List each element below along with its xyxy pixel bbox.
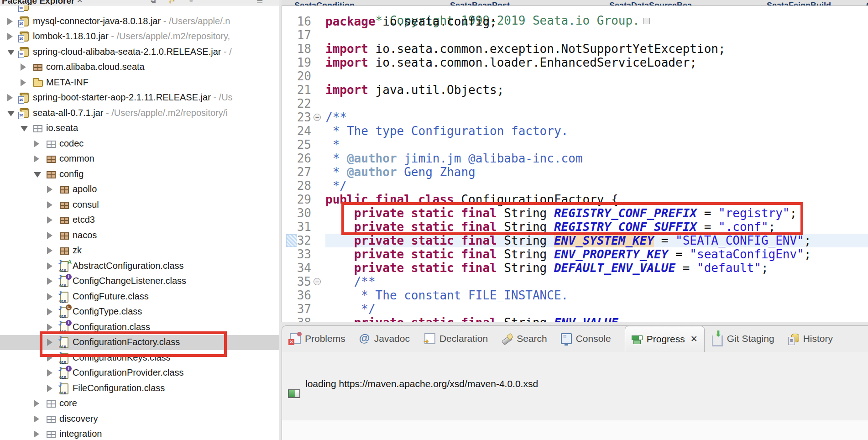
chevron-right-icon[interactable] [47, 247, 52, 254]
editor-tab-configuratio[interactable]: 010Configuratio [857, 1, 868, 6]
code-area[interactable]: * Copyright 1999-2019 Seata.io Group. 16… [282, 6, 868, 322]
code-line-26[interactable]: 26 * @author jimin.jm @alibaba-inc.com [282, 152, 868, 165]
bottom-tab-git-staging[interactable]: Git Staging [712, 326, 774, 351]
tree-item-com-alibaba-cloud-seata[interactable]: com.alibaba.cloud.seata [0, 60, 279, 75]
tree-item-discovery[interactable]: discovery [0, 412, 279, 427]
chevron-right-icon[interactable] [34, 415, 39, 423]
editor-tab-seatabeanpost[interactable]: 010SeataBeanPost [440, 1, 510, 6]
code-line-25[interactable]: 25 * [282, 138, 868, 152]
bottom-tab-declaration[interactable]: Declaration [424, 326, 488, 351]
chevron-down-icon[interactable] [7, 111, 15, 116]
chevron-right-icon[interactable] [34, 155, 39, 162]
close-icon[interactable]: ✕ [690, 334, 698, 344]
bottom-tab-search[interactable]: Search [502, 326, 547, 351]
tree-item-codec[interactable]: codec [0, 136, 279, 152]
collapse-all-icon[interactable]: ⧉ [151, 0, 156, 5]
link-with-editor-icon[interactable]: ⇄ [169, 0, 175, 5]
bottom-tab-progress[interactable]: Progress✕ [625, 326, 705, 352]
tree-item-consul[interactable]: consul [0, 198, 279, 213]
chevron-down-icon[interactable] [7, 50, 15, 55]
tree-item-core[interactable]: core [0, 396, 279, 411]
chevron-right-icon[interactable] [34, 430, 39, 438]
tree-item-clipped[interactable]: 10 [0, 5, 279, 14]
chevron-right-icon[interactable] [47, 186, 52, 193]
fold-collapse-icon[interactable]: − [314, 278, 321, 285]
code-line-36[interactable]: 36 * The constant FILE_INSTANCE. [282, 288, 868, 302]
line-number: 31 [282, 220, 311, 234]
chevron-down-icon[interactable] [34, 172, 41, 178]
code-line-22[interactable]: 22 [282, 97, 868, 110]
fold-collapse-icon[interactable]: − [314, 114, 321, 121]
tree-item-mysql-connector-java-8-0-18-jar[interactable]: 10mysql-connector-java-8.0.18.jar - /Use… [0, 14, 279, 29]
code-line-35[interactable]: 35− /** [282, 275, 868, 288]
tree-item-apollo[interactable]: apollo [0, 182, 279, 197]
chevron-right-icon[interactable] [7, 94, 13, 101]
package-explorer-tab[interactable]: Package Explorer [2, 0, 74, 5]
tree-item-config[interactable]: config [0, 167, 279, 182]
chevron-right-icon[interactable] [21, 79, 26, 86]
tree-item-seata-all-0-7-1-jar[interactable]: 10seata-all-0.7.1.jar - /Users/apple/.m2… [0, 106, 279, 121]
tree-item-integration[interactable]: integration [0, 427, 279, 440]
code-line-37[interactable]: 37 */ [282, 302, 868, 316]
code-line-33[interactable]: 33 private static final String ENV_PROPE… [282, 247, 868, 261]
tree-item-zk[interactable]: zk [0, 243, 279, 258]
close-icon[interactable]: ✕ [77, 0, 83, 5]
tree-item-lombok-1-18-10-jar[interactable]: 10lombok-1.18.10.jar - /Users/apple/.m2/… [0, 29, 279, 44]
tree-item-spring-boot-starter-aop-2-1-11-release-jar[interactable]: 10spring-boot-starter-aop-2.1.11.RELEASE… [0, 90, 279, 105]
chevron-right-icon[interactable] [47, 262, 52, 270]
tree-item-label: zk [73, 245, 82, 256]
chevron-right-icon[interactable] [47, 324, 52, 331]
bottom-tab-javadoc[interactable]: Javadoc [359, 326, 410, 351]
code-line-21[interactable]: 21import java.util.Objects; [282, 83, 868, 97]
tree-item-configurationprovider-class[interactable]: J010IConfigurationProvider.class [0, 366, 279, 381]
chevron-right-icon[interactable] [34, 400, 39, 407]
tree-item-configfuture-class[interactable]: J010ConfigFuture.class [0, 289, 279, 304]
chevron-right-icon[interactable] [47, 201, 52, 209]
chevron-right-icon[interactable] [47, 293, 52, 300]
editor-tab-seatacondition[interactable]: 010SeataCondition [285, 1, 355, 6]
tree-item-etcd3[interactable]: etcd3 [0, 213, 279, 228]
chevron-right-icon[interactable] [47, 385, 52, 392]
chevron-right-icon[interactable] [7, 33, 13, 40]
view-menu-icon[interactable]: ☰ [256, 0, 263, 5]
tree-item-configchangelistener-class[interactable]: J010IConfigChangeListener.class [0, 274, 279, 289]
code-line-34[interactable]: 34 private static final String DEFAULT_E… [282, 261, 868, 275]
tree-item-abstractconfiguration-class[interactable]: J010AAbstractConfiguration.class [0, 259, 279, 274]
class-file-icon: J010A [59, 261, 71, 272]
code-line-18[interactable]: 18import io.seata.common.exception.NotSu… [282, 42, 868, 56]
chevron-right-icon[interactable] [34, 140, 39, 147]
chevron-right-icon[interactable] [47, 278, 52, 285]
chevron-right-icon[interactable] [47, 216, 52, 224]
code-line-32[interactable]: 32 private static final String ENV_SYSTE… [282, 234, 868, 247]
tree-item-fileconfiguration-class[interactable]: J010FileConfiguration.class [0, 381, 279, 396]
chevron-right-icon[interactable] [47, 369, 52, 377]
code-line-24[interactable]: 24 * The type Configuration factory. [282, 124, 868, 138]
tree-item-spring-cloud-alibaba-seata-2-1-0-release-jar[interactable]: 10spring-cloud-alibaba-seata-2.1.0.RELEA… [0, 45, 279, 60]
package-icon [32, 62, 44, 73]
code-line-27[interactable]: 27 * @author Geng Zhang [282, 165, 868, 179]
tree-item-common[interactable]: common [0, 152, 279, 167]
tree-item-io-seata[interactable]: io.seata [0, 121, 279, 136]
chevron-right-icon[interactable] [21, 63, 26, 71]
chevron-right-icon[interactable] [47, 308, 52, 315]
code-line-19[interactable]: 19import io.seata.common.loader.Enhanced… [282, 56, 868, 69]
bottom-tab-history[interactable]: History [788, 326, 833, 351]
code-line-17[interactable]: 17 [282, 28, 868, 42]
tree-item-meta-inf[interactable]: META-INF [0, 75, 279, 90]
code-line-20[interactable]: 20 [282, 69, 868, 83]
code-line-38[interactable]: 38 private static final String ENV_VALUE [282, 316, 868, 322]
chevron-right-icon[interactable] [47, 232, 52, 239]
chevron-right-icon[interactable] [7, 18, 13, 25]
class-file-icon: J010E [59, 306, 71, 318]
bottom-tab-console[interactable]: Console [561, 326, 611, 351]
code-line-28[interactable]: 28 */ [282, 179, 868, 193]
tree-item-nacos[interactable]: nacos [0, 228, 279, 243]
tree-item-configtype-class[interactable]: J010EConfigType.class [0, 304, 279, 320]
bottom-tab-problems[interactable]: Problems [288, 326, 345, 351]
code-line-16[interactable]: 16package io.seata.config; [282, 15, 868, 28]
chevron-down-icon[interactable] [21, 126, 28, 131]
editor-tab-seatafeignbuild[interactable]: 010SeataFeignBuild [757, 1, 831, 6]
code-line-23[interactable]: 23−/** [282, 110, 868, 124]
editor-tab-seatadatasourcebea[interactable]: 010SeataDataSourceBea [600, 1, 692, 6]
line-number: 29 [282, 193, 311, 206]
